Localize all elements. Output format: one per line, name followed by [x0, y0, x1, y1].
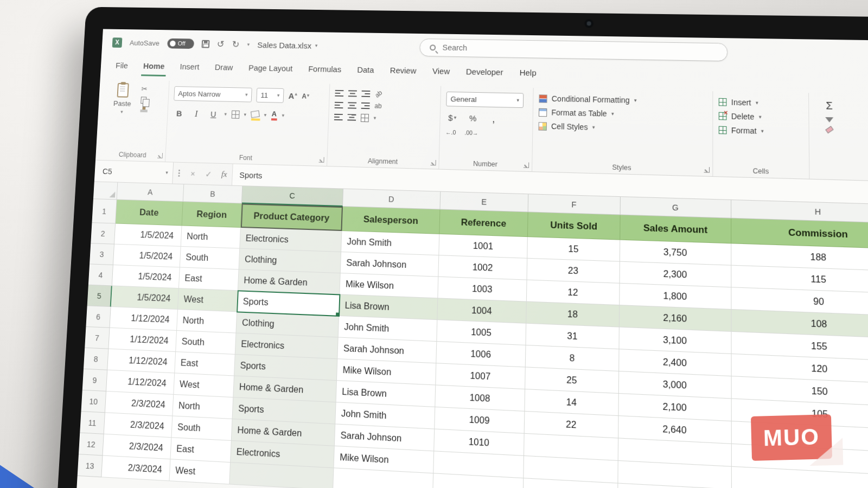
- cell-A6[interactable]: 1/12/2024: [110, 307, 177, 331]
- cell-B7[interactable]: South: [176, 331, 236, 355]
- cell-A5[interactable]: 1/5/2024: [111, 286, 179, 310]
- cell-E5[interactable]: 1004: [437, 298, 527, 323]
- tab-data[interactable]: Data: [349, 60, 382, 81]
- cell-B11[interactable]: South: [171, 416, 232, 441]
- cell-A12[interactable]: 2/3/2024: [103, 434, 171, 459]
- fill-color-options-icon[interactable]: ▾: [264, 113, 267, 118]
- merge-options-icon[interactable]: ▾: [374, 115, 376, 120]
- cell-B3[interactable]: South: [180, 247, 240, 269]
- fill-color-icon[interactable]: [251, 110, 260, 118]
- tab-page-layout[interactable]: Page Layout: [240, 57, 301, 79]
- row-header-4[interactable]: 4: [88, 264, 113, 286]
- wrap-text-icon[interactable]: ab: [374, 102, 382, 110]
- tab-home[interactable]: Home: [135, 56, 173, 76]
- paste-button[interactable]: Paste ▾: [107, 81, 138, 115]
- align-bottom-icon[interactable]: [361, 90, 370, 97]
- clear-icon[interactable]: [825, 126, 833, 133]
- row-header-6[interactable]: 6: [86, 306, 111, 328]
- borders-icon[interactable]: [231, 111, 239, 119]
- cell-E3[interactable]: 1002: [438, 255, 527, 280]
- grow-font-button[interactable]: A▾: [288, 91, 297, 100]
- font-name-combo[interactable]: Aptos Narrow ▾: [174, 86, 252, 102]
- search-box[interactable]: Search: [420, 38, 728, 61]
- dialog-launcher-icon[interactable]: [430, 160, 436, 165]
- row-header-13[interactable]: 13: [78, 454, 103, 477]
- dialog-launcher-icon[interactable]: [319, 157, 324, 163]
- document-title[interactable]: Sales Data.xlsx ▾: [257, 40, 317, 50]
- cell-C3[interactable]: Clothing: [239, 249, 342, 274]
- font-size-combo[interactable]: 11 ▾: [256, 88, 284, 103]
- comma-format-button[interactable]: ,: [487, 112, 501, 126]
- cell-F3[interactable]: 23: [527, 259, 620, 284]
- align-top-icon[interactable]: [335, 89, 343, 97]
- cell-B2[interactable]: North: [181, 226, 241, 248]
- row-header-11[interactable]: 11: [80, 412, 105, 434]
- cell-D2[interactable]: John Smith: [341, 231, 439, 255]
- select-all-corner[interactable]: [93, 182, 118, 200]
- cell-styles-button[interactable]: Cell Styles ▾: [539, 121, 707, 134]
- cell-A8[interactable]: 1/12/2024: [107, 349, 176, 374]
- underline-button[interactable]: U: [207, 107, 220, 121]
- name-box[interactable]: C5 ▾: [94, 160, 174, 184]
- cell-F5[interactable]: 18: [526, 302, 620, 328]
- cell-B13[interactable]: West: [169, 459, 231, 484]
- cell-A11[interactable]: 2/3/2024: [104, 413, 173, 438]
- cancel-icon[interactable]: ×: [185, 169, 201, 178]
- tab-formulas[interactable]: Formulas: [300, 59, 349, 80]
- format-as-table-button[interactable]: Format as Table ▾: [539, 108, 707, 120]
- cell-D4[interactable]: Mike Wilson: [340, 273, 438, 298]
- shrink-font-button[interactable]: A▾: [302, 92, 309, 100]
- tab-help[interactable]: Help: [511, 62, 545, 84]
- cell-B5[interactable]: West: [178, 288, 238, 312]
- quick-access-dropdown-icon[interactable]: ▾: [247, 42, 250, 47]
- cell-D3[interactable]: Sarah Johnson: [341, 252, 439, 277]
- tab-view[interactable]: View: [424, 61, 458, 82]
- cell-C5[interactable]: Sports: [237, 291, 340, 316]
- italic-button[interactable]: I: [190, 107, 203, 120]
- excel-app-icon[interactable]: X: [112, 37, 123, 48]
- cell-F1[interactable]: Units Sold: [528, 212, 621, 240]
- copy-icon[interactable]: [141, 97, 146, 104]
- cell-E4[interactable]: 1003: [438, 277, 527, 302]
- cell-D1[interactable]: Salesperson: [342, 207, 440, 234]
- decrease-decimal-icon[interactable]: .00→: [464, 129, 478, 136]
- row-header-5[interactable]: 5: [87, 285, 112, 307]
- row-header-1[interactable]: 1: [92, 199, 117, 223]
- row-header-3[interactable]: 3: [90, 243, 114, 265]
- autosave-toggle[interactable]: Off: [167, 38, 194, 48]
- increase-indent-icon[interactable]: [347, 114, 356, 121]
- delete-cells-button[interactable]: Delete ▾: [719, 112, 803, 123]
- cell-E6[interactable]: 1005: [437, 320, 526, 345]
- cell-A4[interactable]: 1/5/2024: [112, 265, 180, 288]
- dialog-launcher-icon[interactable]: [157, 153, 163, 158]
- column-header-B[interactable]: B: [183, 184, 243, 203]
- align-right-icon[interactable]: [361, 102, 370, 109]
- align-left-icon[interactable]: [335, 101, 343, 108]
- cell-C2[interactable]: Electronics: [240, 228, 342, 252]
- tab-developer[interactable]: Developer: [458, 61, 512, 83]
- cell-B1[interactable]: Region: [182, 202, 242, 228]
- cell-A13[interactable]: 2/3/2024: [101, 456, 170, 481]
- cell-G1[interactable]: Sales Amount: [620, 215, 731, 244]
- cell-A3[interactable]: 1/5/2024: [113, 245, 181, 268]
- orientation-icon[interactable]: ab: [373, 89, 384, 99]
- increase-decimal-icon[interactable]: ←.0: [445, 129, 456, 136]
- cell-B6[interactable]: North: [177, 310, 237, 333]
- cell-C1[interactable]: Product Category: [241, 203, 343, 231]
- tab-file[interactable]: File: [107, 55, 136, 76]
- row-header-12[interactable]: 12: [79, 433, 104, 456]
- row-header-10[interactable]: 10: [81, 390, 106, 413]
- cell-A1[interactable]: Date: [116, 200, 183, 226]
- cut-icon[interactable]: ✂: [141, 85, 149, 93]
- tab-review[interactable]: Review: [382, 60, 425, 81]
- format-cells-button[interactable]: Format ▾: [719, 126, 803, 137]
- autosum-icon[interactable]: Σ: [826, 100, 833, 112]
- cell-A10[interactable]: 2/3/2024: [105, 391, 174, 416]
- merge-center-icon[interactable]: [361, 114, 369, 122]
- column-header-E[interactable]: E: [440, 192, 528, 213]
- tab-insert[interactable]: Insert: [172, 56, 208, 77]
- format-painter-icon[interactable]: [140, 110, 147, 112]
- font-color-icon[interactable]: A: [271, 111, 277, 120]
- underline-options-icon[interactable]: ▾: [224, 112, 227, 117]
- cell-A7[interactable]: 1/12/2024: [108, 328, 177, 352]
